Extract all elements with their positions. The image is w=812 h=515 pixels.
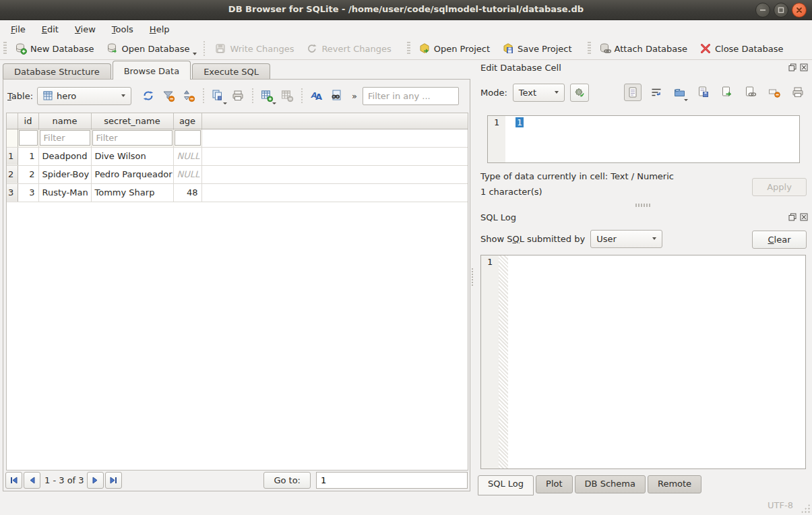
toolbar-overflow-chevron[interactable]: » [352,91,357,101]
edit-cell-mode-row: Mode: Text [480,83,807,102]
menu-edit[interactable]: Edit [34,22,67,36]
delete-record-button [277,87,297,104]
controls-separator [300,88,303,103]
tab-db-schema[interactable]: DB Schema [575,475,646,493]
cell-age[interactable]: NULL [173,165,201,183]
print-cell-button[interactable] [789,84,807,101]
cell-id[interactable]: 2 [18,165,38,183]
dock-splitter-handle[interactable] [635,204,652,207]
open-project-button[interactable]: Open Project [412,40,496,57]
copy-record-button[interactable] [208,87,228,104]
set-null-button[interactable] [766,84,783,101]
tab-sql-log[interactable]: SQL Log [478,475,534,495]
tab-database-structure[interactable]: Database Structure [3,63,111,80]
copy-link-button[interactable] [742,84,759,101]
gear-icon [573,86,586,98]
tab-browse-data[interactable]: Browse Data [113,61,191,80]
float-dock-icon[interactable] [788,63,797,71]
cell-name[interactable]: Rusty-Man [38,183,91,202]
close-database-button[interactable]: Close Database [693,40,790,57]
print-records-button[interactable] [228,87,248,104]
last-page-icon [109,476,118,485]
open-database-button[interactable]: Open Database [100,40,196,57]
clear-filter-icon [162,89,175,102]
column-header-age[interactable]: age [173,113,201,129]
table-row: 3 3 Rusty-Man Tommy Sharp 48 [7,183,468,202]
close-dock-icon[interactable] [800,63,808,71]
filter-any-input[interactable] [363,87,459,105]
tab-execute-sql[interactable]: Execute SQL [192,63,270,80]
goto-record-input[interactable] [316,472,468,489]
menu-file[interactable]: File [3,22,34,36]
cell-secret-name[interactable]: Pedro Parqueador [91,165,173,183]
column-header-secret-name[interactable]: secret_name [91,113,173,129]
previous-page-button[interactable] [24,472,40,489]
close-dock-icon[interactable] [800,213,808,221]
cell-editor[interactable]: 1 1 [487,115,800,163]
sql-log-editor[interactable]: 1 [480,255,806,469]
table-select[interactable]: hero [37,87,131,105]
menu-view[interactable]: View [67,22,104,36]
export-cell-data-button[interactable] [695,84,712,101]
word-wrap-button[interactable] [648,84,665,101]
format-toggle-button[interactable]: A A [306,87,326,104]
new-database-button[interactable]: New Database [9,40,100,57]
cell-id[interactable]: 1 [18,147,38,165]
row-header[interactable]: 2 [7,165,18,183]
edit-cell-dock-title: Edit Database Cell [475,61,812,74]
goto-cell-button[interactable] [326,87,346,104]
maximize-icon [778,7,784,13]
minimize-button[interactable] [755,3,770,18]
clear-log-button[interactable]: Clear [752,231,807,249]
menu-help[interactable]: Help [142,22,178,36]
filter-input-age[interactable] [175,130,201,146]
column-header-id[interactable]: id [18,113,38,129]
open-database-dropdown-caret[interactable] [193,53,197,55]
cell-secret-name[interactable]: Tommy Sharp [91,183,173,202]
cell-name[interactable]: Deadpond [38,147,91,165]
cell-size-label: 1 character(s) [480,184,674,200]
text-mode-button[interactable] [624,84,642,101]
row-header[interactable]: 1 [7,147,18,165]
cell-age[interactable]: NULL [173,147,201,165]
cell-id[interactable]: 3 [18,183,38,202]
close-button[interactable] [792,3,807,18]
import-cell-data-button[interactable] [671,84,689,101]
encoding-indicator[interactable]: UTF-8 [768,500,793,510]
cell-secret-name[interactable]: Dive Wilson [91,147,173,165]
tab-remote[interactable]: Remote [648,475,701,493]
next-page-button[interactable] [87,472,104,489]
mode-select[interactable]: Text [513,84,565,102]
clear-sort-button[interactable] [179,87,199,104]
cell-age[interactable]: 48 [173,183,201,202]
table-row: 2 2 Spider-Boy Pedro Parqueador NULL [7,165,468,183]
goto-button[interactable]: Go to: [263,472,311,489]
clear-filters-button[interactable] [158,87,179,104]
auto-switch-mode-button[interactable] [570,84,590,102]
open-in-external-button[interactable] [718,84,736,101]
column-header-name[interactable]: name [38,113,91,129]
toolbar-grip[interactable] [588,42,591,55]
filter-input-secret-name[interactable] [92,130,173,146]
refresh-button[interactable] [138,87,158,104]
toolbar-grip[interactable] [407,42,410,55]
last-page-button[interactable] [105,472,122,489]
row-header[interactable]: 3 [7,183,18,202]
grid-corner[interactable] [7,113,18,129]
first-page-button[interactable] [5,472,22,489]
menu-tools[interactable]: Tools [104,22,142,36]
toolbar-grip[interactable] [3,42,7,55]
sql-source-select[interactable]: User [590,230,662,248]
window-resize-grip[interactable] [801,504,810,513]
cell-name[interactable]: Spider-Boy [38,165,91,183]
filter-input-id[interactable] [19,130,38,146]
save-project-icon [502,42,514,55]
panel-splitter-handle[interactable] [471,268,474,286]
save-project-button[interactable]: Save Project [496,40,578,57]
attach-database-button[interactable]: Attach Database [593,40,693,57]
float-dock-icon[interactable] [788,213,797,221]
tab-plot[interactable]: Plot [536,475,573,493]
new-record-button[interactable] [257,87,277,104]
maximize-button[interactable] [774,3,788,18]
filter-input-name[interactable] [40,130,90,146]
